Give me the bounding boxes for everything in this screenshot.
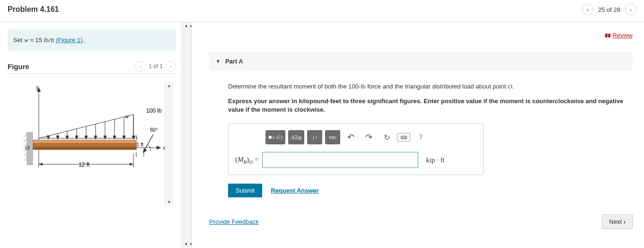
- svg-marker-19: [47, 136, 50, 139]
- svg-marker-51: [130, 163, 133, 166]
- chevron-right-icon: ›: [624, 219, 626, 225]
- problem-nav: ‹ 25 of 28 ›: [582, 4, 636, 15]
- answer-lhs: (MR)O =: [235, 156, 258, 165]
- svg-text:1 ft: 1 ft: [136, 142, 143, 147]
- request-answer-link[interactable]: Request Answer: [271, 187, 318, 194]
- vec-button[interactable]: vec: [325, 130, 340, 144]
- svg-marker-4: [157, 146, 161, 150]
- undo-button[interactable]: ↶: [343, 130, 358, 144]
- svg-text:100 lb: 100 lb: [146, 107, 162, 114]
- svg-text:w: w: [125, 113, 129, 120]
- next-button[interactable]: Next ›: [602, 214, 633, 229]
- svg-text:y: y: [35, 83, 39, 90]
- setup-prefix: Set: [13, 36, 24, 44]
- progress-text: 25 of 28: [598, 6, 620, 13]
- svg-marker-50: [39, 163, 43, 166]
- figure-nav: ‹ 1 of 1 ›: [135, 61, 176, 71]
- figure-scrollbar[interactable]: ▲ ▼: [165, 82, 173, 205]
- answer-hint: Express your answer in kilopound-feet to…: [209, 97, 633, 115]
- figure-divider: [8, 73, 176, 74]
- svg-line-12: [24, 158, 26, 161]
- svg-marker-33: [113, 136, 116, 139]
- collapse-icon: ▼: [216, 59, 221, 64]
- svg-marker-35: [123, 136, 125, 139]
- svg-marker-29: [94, 136, 97, 139]
- svg-text:12 ft: 12 ft: [79, 161, 90, 168]
- figure-count: 1 of 1: [149, 63, 163, 70]
- svg-text:A: A: [133, 134, 138, 141]
- provide-feedback-link[interactable]: Provide Feedback: [209, 218, 259, 225]
- submit-button[interactable]: Submit: [228, 184, 262, 197]
- answer-unit: kip · ft: [426, 156, 445, 164]
- svg-rect-14: [33, 140, 136, 143]
- answer-input[interactable]: [262, 152, 418, 168]
- svg-line-8: [24, 139, 26, 142]
- svg-text:60°: 60°: [150, 127, 158, 133]
- answer-box: ■x√□ ΑΣφ ↓↑ vec ↶ ↷ ↻ ⌨ ? (MR)O = kip · …: [228, 123, 484, 175]
- reset-button[interactable]: ↻: [379, 130, 394, 144]
- svg-line-11: [24, 153, 26, 156]
- scroll-down-icon[interactable]: ▼: [167, 200, 171, 204]
- setup-var: w: [24, 36, 28, 44]
- svg-marker-27: [85, 136, 88, 139]
- setup-unit: lb/ft: [44, 36, 54, 44]
- scroll-down-icon[interactable]: ▼: [184, 242, 188, 247]
- setup-eq: = 15: [28, 36, 44, 44]
- problem-title: Problem 4.161: [8, 5, 59, 14]
- template-button[interactable]: ■x√□: [265, 130, 285, 144]
- next-label: Next: [609, 218, 622, 225]
- part-header[interactable]: ▼ Part A: [209, 52, 633, 71]
- figure-heading: Figure: [8, 62, 29, 71]
- svg-text:O: O: [25, 144, 30, 151]
- scroll-up-icon[interactable]: ▲: [184, 23, 188, 28]
- keyboard-button[interactable]: ⌨: [397, 133, 410, 142]
- next-problem-button[interactable]: ›: [625, 4, 636, 15]
- redo-button[interactable]: ↷: [361, 130, 376, 144]
- subsup-button[interactable]: ↓↑: [307, 130, 322, 144]
- svg-marker-31: [104, 136, 106, 139]
- left-pane-scrollbar[interactable]: ▲ ▼: [182, 22, 190, 248]
- review-icon: [605, 34, 610, 37]
- figure-diagram: y x O: [12, 82, 168, 182]
- equation-toolbar: ■x√□ ΑΣφ ↓↑ vec ↶ ↷ ↻ ⌨ ?: [265, 130, 476, 144]
- svg-line-40: [144, 134, 153, 151]
- review-label: Review: [612, 32, 633, 39]
- svg-marker-23: [66, 136, 69, 139]
- help-button[interactable]: ?: [413, 130, 428, 144]
- question-text: Determine the resultant moment of both t…: [209, 82, 633, 91]
- prev-problem-button[interactable]: ‹: [582, 4, 593, 15]
- greek-button[interactable]: ΑΣφ: [288, 130, 305, 144]
- scroll-up-icon[interactable]: ▲: [167, 83, 171, 88]
- part-label: Part A: [225, 58, 243, 65]
- svg-marker-25: [75, 136, 78, 139]
- svg-line-7: [24, 134, 26, 137]
- review-link[interactable]: Review: [605, 32, 633, 39]
- setup-suffix: .: [82, 36, 84, 44]
- figure-next-button[interactable]: ›: [166, 61, 176, 71]
- problem-setup-box: Set w = 15 lb/ft (Figure 1).: [8, 30, 176, 51]
- svg-marker-21: [56, 136, 59, 139]
- figure-link[interactable]: (Figure 1): [56, 36, 82, 44]
- figure-prev-button[interactable]: ‹: [135, 61, 146, 71]
- svg-rect-15: [33, 147, 136, 150]
